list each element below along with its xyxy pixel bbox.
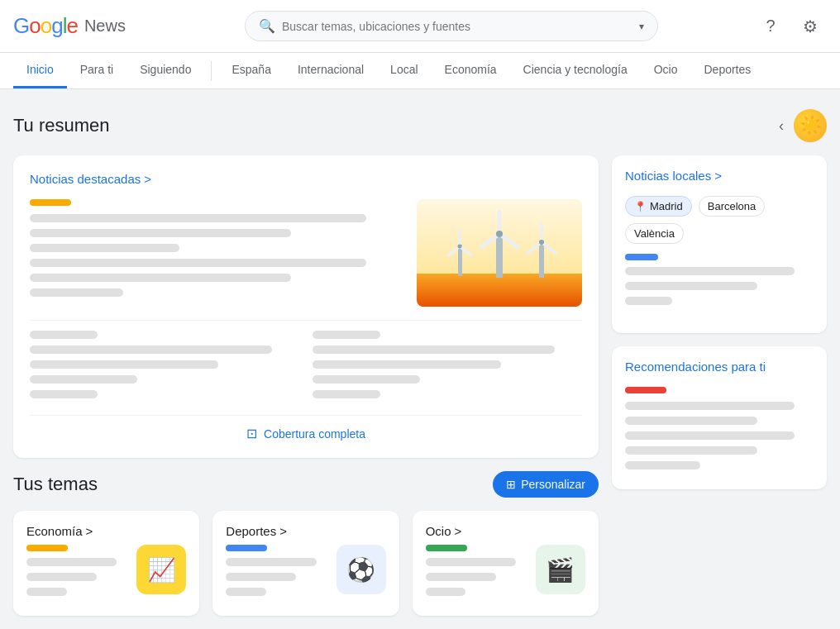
nav-item-ciencia[interactable]: Ciencia y tecnología (510, 53, 641, 88)
main-col: Noticias destacadas > (13, 155, 599, 616)
svg-point-6 (496, 231, 503, 237)
rec-l3 (625, 431, 795, 440)
nav-item-siguiendo[interactable]: Siguiendo (126, 53, 204, 88)
svg-rect-2 (496, 232, 503, 278)
svg-rect-1 (417, 274, 582, 307)
recomendaciones-card: Recomendaciones para ti (612, 346, 827, 489)
personalizar-label: Personalizar (521, 478, 585, 491)
b-title2-l1 (313, 345, 555, 354)
tema-ocio-content: 🎬 (426, 545, 585, 603)
tema-deportes-text (226, 545, 326, 603)
google-logo: Google (13, 13, 78, 39)
nav-item-ocio[interactable]: Ocio (641, 53, 691, 88)
location-barcelona[interactable]: Barcelona (699, 196, 766, 217)
featured-article-image (417, 199, 582, 307)
help-button[interactable]: ? (754, 10, 787, 43)
rec-l4 (625, 446, 757, 455)
tema-economia-link[interactable]: Economía > (26, 524, 186, 538)
local-l1 (625, 267, 795, 275)
summary-title: Tu resumen (13, 115, 110, 136)
summary-section-header: Tu resumen ‹ ☀️ (13, 109, 827, 142)
location-tags: 📍 Madrid Barcelona València (625, 196, 814, 244)
nav-item-parati[interactable]: Para ti (67, 53, 126, 88)
logo-area: Google News (13, 13, 162, 39)
cobertura-icon: ⊡ (246, 426, 257, 441)
local-news-item-1 (625, 254, 814, 312)
temas-header: Tus temas ⊞ Personalizar (13, 471, 599, 498)
featured-bottom (30, 320, 582, 405)
local-l2 (625, 282, 757, 290)
nav-divider (211, 61, 212, 81)
economia-l2 (26, 573, 97, 581)
temas-title: Tus temas (13, 474, 98, 495)
search-dropdown-icon[interactable]: ▾ (639, 21, 644, 32)
b-source2 (313, 331, 380, 339)
recomendaciones-link[interactable]: Recomendaciones para ti (625, 360, 814, 374)
search-input[interactable] (282, 20, 632, 33)
rec-tag (625, 387, 666, 393)
two-col-layout: Noticias destacadas > (13, 155, 827, 616)
side-col: Noticias locales > 📍 Madrid Barcelona Va… (612, 155, 827, 503)
deportes-l2 (226, 573, 296, 581)
pin-icon: 📍 (634, 201, 647, 212)
b-title2-l2 (313, 360, 501, 369)
tema-economia-content: 📈 (26, 545, 186, 603)
ocio-l1 (426, 558, 516, 566)
personalizar-icon: ⊞ (506, 478, 516, 491)
header-icons: ? ⚙ (754, 10, 827, 43)
rec-l2 (625, 417, 757, 425)
nav-item-deportes[interactable]: Deportes (690, 53, 764, 88)
tema-ocio-link[interactable]: Ocio > (426, 524, 585, 538)
article-title-line1 (30, 214, 366, 222)
b-source1 (30, 331, 98, 339)
deportes-l3 (226, 588, 266, 596)
local-news-link[interactable]: Noticias locales > (625, 169, 814, 183)
nav-item-local[interactable]: Local (377, 53, 431, 88)
b-date2 (313, 390, 380, 398)
search-icon: 🔍 (259, 18, 275, 34)
nav-item-internacional[interactable]: Internacional (284, 53, 377, 88)
cobertura-label: Cobertura completa (264, 427, 365, 441)
local-l3 (625, 297, 672, 305)
weather-widget: ‹ ☀️ (776, 109, 827, 142)
tema-card-deportes: Deportes > ⚽ (212, 511, 399, 616)
tema-card-ocio: Ocio > 🎬 (413, 511, 599, 616)
article-subtitle-line2 (30, 259, 366, 267)
nav-bar: Inicio Para ti Siguiendo España Internac… (0, 53, 840, 89)
ocio-l2 (426, 573, 496, 581)
economia-tag (26, 545, 68, 551)
tema-economia-text (26, 545, 126, 603)
app-title: News (84, 17, 126, 36)
featured-news-link[interactable]: Noticias destacadas > (30, 172, 582, 186)
article-category-tag (30, 199, 71, 206)
tema-deportes-content: ⚽ (226, 545, 385, 603)
tema-card-economia: Economía > 📈 (13, 511, 199, 616)
bottom-article-1 (30, 331, 299, 405)
article-source-line (30, 288, 123, 297)
b-title1-l3 (30, 375, 137, 384)
featured-news-card: Noticias destacadas > (13, 155, 599, 458)
tema-deportes-link[interactable]: Deportes > (226, 524, 385, 538)
deportes-l1 (226, 558, 316, 566)
economia-icon: 📈 (136, 545, 186, 594)
search-bar[interactable]: 🔍 ▾ (245, 11, 658, 41)
settings-button[interactable]: ⚙ (794, 10, 827, 43)
nav-item-inicio[interactable]: Inicio (13, 53, 67, 88)
article-subtitle-line1 (30, 244, 179, 252)
article-title-line2 (30, 229, 291, 237)
rec-l1 (625, 402, 795, 410)
nav-item-economia[interactable]: Economía (432, 53, 510, 88)
location-valencia[interactable]: València (625, 223, 684, 244)
svg-point-16 (458, 245, 462, 249)
deportes-icon: ⚽ (336, 545, 386, 594)
svg-point-11 (539, 240, 544, 245)
weather-chevron-left[interactable]: ‹ (776, 114, 787, 138)
cobertura-bar[interactable]: ⊡ Cobertura completa (30, 415, 582, 441)
economia-l3 (26, 588, 67, 596)
location-madrid[interactable]: 📍 Madrid (625, 196, 692, 217)
ocio-icon: 🎬 (536, 545, 585, 594)
personalizar-button[interactable]: ⊞ Personalizar (493, 471, 599, 498)
nav-item-espana[interactable]: España (218, 53, 284, 88)
deportes-tag (226, 545, 267, 551)
weather-icon: ☀️ (794, 109, 827, 142)
